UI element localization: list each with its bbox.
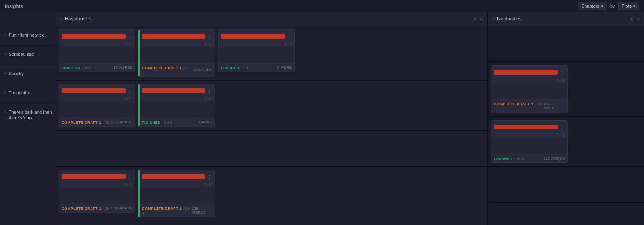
card-title-redacted [494, 70, 558, 75]
card-title-redacted [62, 88, 126, 93]
left-panel-expand-icon[interactable]: ⊞ [473, 17, 476, 21]
sidebar-item-label: Thoughtful [9, 90, 30, 96]
left-panel-body: ⋮ ✎ ⊡ FINISHED· CH 1 16 WORDS [56, 26, 487, 225]
sidebar-item-label: Fun / light hearted [9, 32, 45, 38]
card-chapter: · CH 4 [103, 207, 113, 211]
card-footer: FINISHED· CH 1 16 WORDS [59, 63, 135, 72]
edit-icon[interactable]: ✎ [204, 42, 207, 46]
row-theres-dark: ⋮ ✎ ⊡ COMPLETE DRAFT 1· CH 5 65 WORDS [56, 221, 487, 225]
filter-icon: ≡ [60, 16, 62, 22]
card-menu-icon[interactable]: ⋮ [127, 174, 132, 180]
edit-icon[interactable]: ✎ [124, 182, 128, 187]
copy-icon[interactable]: ⊡ [129, 182, 132, 187]
card-words: 16 WORDS [114, 65, 132, 70]
card-status: FINISHED [142, 121, 161, 125]
card-words: 41 WORDS [114, 206, 132, 210]
copy-icon[interactable]: ⊡ [209, 42, 212, 46]
card-footer: FINISHED· CH 2 0 WORD [140, 118, 215, 126]
row-fun-light-hearted: ⋮ ✎ ⊡ FINISHED· CH 1 16 WORDS [56, 26, 487, 81]
card-body [491, 83, 567, 99]
card-chapter: · CH 1 [81, 66, 92, 70]
card-words: 0 WORD [277, 65, 292, 70]
right-panel-minimize-icon[interactable]: ⊟ [637, 17, 640, 21]
copy-icon[interactable]: ⊡ [209, 182, 212, 187]
card: ⋮ ✎ ⊡ COMPLETE DRAFT 1· CH 4 103 WORDS [138, 170, 215, 217]
sidebar-item-thoughtful[interactable]: + Thoughtful [0, 86, 56, 105]
sidebar-item-spooky[interactable]: + Spooky [0, 67, 56, 86]
card-menu-icon[interactable]: ⋮ [287, 33, 292, 39]
card-body [491, 138, 567, 154]
card-footer: FINISHED· CH 3 122 WORDS [491, 154, 567, 162]
card-footer: COMPLETE DRAFT 1· CH 4 103 WORDS [140, 204, 215, 217]
card-body [140, 47, 215, 63]
row-somber-right: ⋮ ✎ ⊡ COMPLETE DRAFT 1· CH 2 353 WORDS [488, 62, 644, 117]
card: ⋮ ✎ ⊡ FINISHED· CH 3 122 WORDS [491, 120, 568, 163]
app-header: Insights Chapters ▾ by Plots ▾ [0, 0, 644, 12]
edit-icon[interactable]: ✎ [284, 42, 287, 46]
expand-icon: + [4, 33, 6, 37]
edit-icon[interactable]: ✎ [124, 42, 128, 46]
sidebar-item-label: Spooky [9, 71, 24, 76]
card-footer: FINISHED· CH 1 0 WORD [219, 63, 294, 72]
edit-icon[interactable]: ✎ [124, 96, 128, 101]
card-title-redacted [494, 125, 558, 129]
copy-icon[interactable]: ⊡ [561, 78, 565, 82]
card-status: COMPLETE DRAFT 1 [494, 102, 534, 106]
card-menu-icon[interactable]: ⋮ [207, 88, 212, 94]
row-thoughtful: ⋮ ✎ ⊡ COMPLETE DRAFT 1· CH 4 41 WORDS [56, 167, 487, 221]
chapters-dropdown[interactable]: Chapters ▾ [578, 2, 607, 10]
copy-icon[interactable]: ⊡ [129, 42, 132, 46]
left-panel-minimize-icon[interactable]: ⊟ [480, 17, 483, 21]
card-menu-icon[interactable]: ⋮ [559, 70, 565, 76]
card-status: COMPLETE DRAFT 1 [62, 121, 101, 125]
copy-icon[interactable]: ⊡ [209, 96, 212, 101]
expand-icon: + [4, 110, 6, 114]
copy-icon[interactable]: ⊡ [561, 133, 565, 137]
copy-icon[interactable]: ⊡ [129, 96, 132, 101]
sidebar-item-label: Somber/ sad [9, 51, 34, 57]
card-menu-icon[interactable]: ⋮ [127, 88, 132, 94]
card-footer: COMPLETE DRAFT 1· CH 1 58 WORDS [140, 63, 215, 76]
card-words: 122 WORDS [544, 156, 565, 160]
card-words: 0 WORD [198, 120, 212, 124]
chevron-down-icon: ▾ [601, 4, 603, 9]
right-panel-body: ⋮ ✎ ⊡ COMPLETE DRAFT 1· CH 2 353 WORDS [487, 26, 644, 225]
card-footer: COMPLETE DRAFT 1· CH 4 41 WORDS [59, 204, 135, 212]
right-panel-title: No doodles [497, 16, 627, 22]
row-spooky-left [56, 131, 487, 167]
row-thoughtful-right [488, 167, 644, 203]
edit-icon[interactable]: ✎ [557, 133, 560, 137]
header-controls: Chapters ▾ by Plots ▾ [578, 2, 639, 10]
card-title-redacted [62, 174, 126, 179]
sidebar-item-fun-light-hearted[interactable]: + Fun / light hearted [0, 28, 56, 47]
edit-icon[interactable]: ✎ [557, 78, 560, 82]
card-chapter: · CH 3 [514, 157, 524, 161]
card-menu-icon[interactable]: ⋮ [207, 33, 212, 39]
card-menu-icon[interactable]: ⋮ [127, 33, 132, 39]
sidebar-item-somber-sad[interactable]: + Somber/ sad [0, 47, 56, 67]
card-chapter: · CH 2 [103, 121, 113, 125]
card-body [140, 188, 215, 204]
card-body [219, 47, 294, 63]
plots-dropdown[interactable]: Plots ▾ [618, 2, 639, 10]
card-menu-icon[interactable]: ⋮ [207, 174, 212, 180]
card-menu-icon[interactable]: ⋮ [559, 124, 565, 130]
card-words: 50 WORDS [114, 120, 132, 124]
right-panel-expand-icon[interactable]: ⊞ [630, 17, 633, 21]
card-status: COMPLETE DRAFT 1 [142, 66, 182, 70]
sidebar-item-theres-dark[interactable]: + There's dark and then there's 'dark' [0, 105, 56, 125]
row-theres-dark-right [488, 203, 644, 225]
filter-icon-right: ≡ [492, 16, 495, 22]
expand-icon: + [4, 71, 6, 76]
card-chapter: · CH 1 [241, 66, 251, 70]
card-status: FINISHED [62, 66, 80, 70]
edit-icon[interactable]: ✎ [204, 96, 207, 101]
edit-icon[interactable]: ✎ [204, 182, 207, 187]
card: ⋮ ✎ ⊡ COMPLETE DRAFT 1· CH 2 50 WORDS [59, 84, 135, 127]
card: ⋮ ✎ ⊡ FINISHED· CH 2 0 WORD [138, 84, 215, 127]
copy-icon[interactable]: ⊡ [289, 42, 292, 46]
card-title-redacted [142, 88, 205, 93]
row-somber-sad: ⋮ ✎ ⊡ COMPLETE DRAFT 1· CH 2 50 WORDS [56, 81, 487, 131]
card-words: 103 WORDS [192, 207, 212, 215]
row-fun-right [488, 26, 644, 62]
